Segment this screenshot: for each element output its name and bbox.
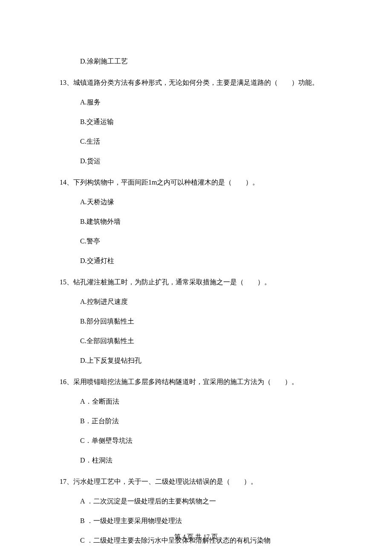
question-text: 下列构筑物中，平面间距1m之内可以种植灌木的是（ ）。 (73, 179, 259, 186)
question-text: 污水处理工艺中，关于一、二级处理说法错误的是（ ）。 (73, 478, 257, 485)
question-number: 13、 (60, 79, 73, 86)
option-b: B ．一级处理主要采用物理处理法 (80, 516, 349, 526)
question-number: 15、 (60, 278, 73, 286)
option-c: C．单侧壁导坑法 (80, 436, 349, 446)
question-text: 钻孔灌注桩施工时，为防止扩孔，通常采取措施之一是（ ）。 (73, 278, 271, 286)
option-a: A.控制进尺速度 (80, 297, 349, 307)
option-b: B.部分回填黏性土 (80, 316, 349, 327)
question-13: 13、城镇道路分类方法有多种形式，无论如何分类，主要是满足道路的（ ）功能。 (60, 78, 349, 88)
option-d: D.涂刷施工工艺 (80, 56, 349, 66)
page-footer: 第 4 页 共 17 页 (0, 532, 392, 542)
option-d: D.交通灯柱 (80, 256, 349, 266)
option-d: D.货运 (80, 156, 349, 166)
question-number: 16、 (60, 378, 73, 385)
question-14: 14、下列构筑物中，平面间距1m之内可以种植灌木的是（ ）。 (60, 177, 349, 188)
question-text: 城镇道路分类方法有多种形式，无论如何分类，主要是满足道路的（ ）功能。 (73, 79, 319, 86)
option-a: A．全断面法 (80, 396, 349, 407)
option-d: D.上下反复提钻扫孔 (80, 356, 349, 366)
question-15: 15、钻孔灌注桩施工时，为防止扩孔，通常采取措施之一是（ ）。 (60, 277, 349, 287)
option-b: B.建筑物外墙 (80, 217, 349, 227)
option-c: C.生活 (80, 136, 349, 147)
option-b: B．正台阶法 (80, 416, 349, 426)
option-c: C.警亭 (80, 236, 349, 246)
option-b: B.交通运输 (80, 117, 349, 127)
question-text: 采用喷锚暗挖法施工多层多跨结构隧道时，宜采用的施工方法为（ ）。 (73, 378, 298, 385)
option-d: D．柱洞法 (80, 455, 349, 465)
option-a: A.服务 (80, 97, 349, 107)
page: D.涂刷施工工艺 13、城镇道路分类方法有多种形式，无论如何分类，主要是满足道路… (0, 0, 392, 555)
question-number: 14、 (60, 179, 73, 186)
option-a: A ．二次沉淀是一级处理后的主要构筑物之一 (80, 496, 349, 506)
question-number: 17、 (60, 478, 73, 485)
option-a: A.天桥边缘 (80, 197, 349, 207)
option-c: C.全部回填黏性土 (80, 336, 349, 346)
question-17: 17、污水处理工艺中，关于一、二级处理说法错误的是（ ）。 (60, 477, 349, 487)
question-16: 16、采用喷锚暗挖法施工多层多跨结构隧道时，宜采用的施工方法为（ ）。 (60, 377, 349, 387)
